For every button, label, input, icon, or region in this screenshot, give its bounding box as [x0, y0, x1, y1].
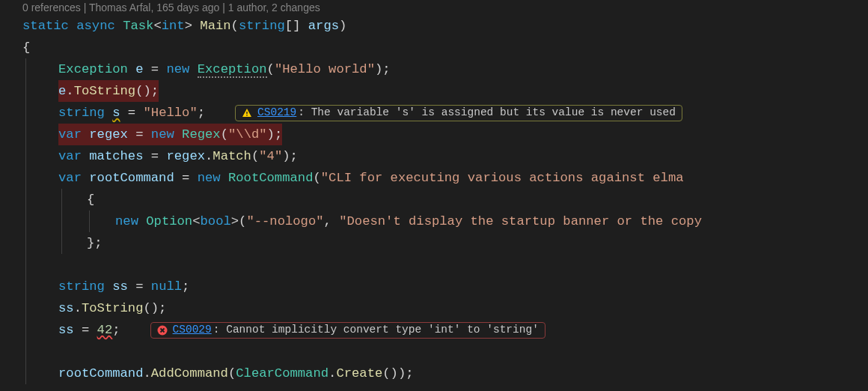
- var-rootcommand: rootCommand: [89, 171, 174, 185]
- keyword-async: async: [76, 19, 115, 33]
- keyword-string: string: [58, 106, 105, 120]
- type-exception: Exception: [58, 62, 128, 76]
- code-line-open-brace: {: [0, 37, 868, 58]
- string-literal: "--nologo": [246, 214, 323, 228]
- warning-icon: [242, 108, 252, 118]
- var-ss: ss: [112, 279, 128, 294]
- method-match: Match: [213, 149, 251, 163]
- code-line-string-s: string s = "Hello"; CS0219 : The variabl…: [0, 102, 868, 124]
- keyword-var: var: [58, 149, 82, 163]
- keyword-static: static: [22, 19, 69, 33]
- var-ss: ss: [58, 301, 74, 315]
- var-matches: matches: [89, 149, 143, 163]
- diagnostic-code-link[interactable]: CS0219: [257, 102, 296, 124]
- keyword-var: var: [58, 127, 82, 142]
- var-regex: regex: [89, 127, 128, 142]
- error-icon: [157, 325, 168, 336]
- code-line-blank: [0, 341, 868, 363]
- var-e: e: [135, 62, 143, 76]
- code-line-blank: [0, 254, 868, 276]
- var-ss: ss: [58, 323, 74, 337]
- code-line-ss-tostring: ss.ToString();: [0, 297, 868, 319]
- diagnostic-message: : The variable 's' is assigned but its v…: [298, 102, 676, 124]
- code-line-option: new Option<bool>("--nologo", "Doesn't di…: [0, 210, 868, 232]
- type-task: Task: [123, 19, 153, 33]
- code-line-rootcommand: var rootCommand = new RootCommand("CLI f…: [0, 167, 868, 189]
- ctor-rootcommand: RootCommand: [228, 171, 313, 185]
- string-literal: "\\d": [228, 127, 267, 142]
- method-create: Create: [336, 366, 382, 381]
- method-addcommand: AddCommand: [151, 366, 228, 381]
- keyword-new: new: [115, 214, 138, 228]
- var-regex: regex: [166, 149, 205, 163]
- code-line-addcommand: rootCommand.AddCommand(ClearCommand.Crea…: [0, 363, 868, 384]
- ctor-exception: Exception: [198, 62, 267, 78]
- param-args: args: [308, 19, 339, 33]
- ctor-option: Option: [146, 214, 192, 228]
- code-line-ss-assign: ss = 42; CS0029 : Cannot implicitly conv…: [0, 319, 868, 341]
- code-line-matches: var matches = regex.Match("4");: [0, 145, 868, 167]
- svg-rect-0: [246, 112, 247, 114]
- string-literal: "Hello world": [275, 62, 375, 76]
- code-line-initializer-open: {: [0, 189, 868, 210]
- var-s: s: [112, 106, 120, 120]
- code-line-regex: var regex = new Regex("\\d");: [0, 124, 868, 145]
- keyword-var: var: [58, 171, 82, 185]
- type-clearcommand: ClearCommand: [236, 366, 328, 381]
- keyword-null: null: [151, 279, 182, 294]
- method-tostring: ToString: [82, 301, 144, 315]
- method-main: Main: [200, 19, 230, 33]
- code-line-initializer-close: };: [0, 232, 868, 254]
- string-literal: "4": [259, 149, 282, 163]
- diagnostic-code-link[interactable]: CS0029: [173, 319, 212, 341]
- keyword-bool: bool: [201, 214, 231, 228]
- code-line-ss-decl: string ss = null;: [0, 276, 868, 297]
- svg-rect-1: [246, 115, 247, 115]
- keyword-int: int: [162, 19, 185, 33]
- ctor-regex: Regex: [182, 127, 221, 142]
- var-rootcommand: rootCommand: [58, 366, 143, 381]
- string-literal: "Hello": [144, 106, 198, 120]
- keyword-string: string: [58, 279, 105, 294]
- number-literal: 42: [97, 323, 113, 337]
- keyword-string: string: [239, 19, 285, 33]
- inline-diagnostic-error[interactable]: CS0029 : Cannot implicitly convert type …: [150, 322, 545, 339]
- method-tostring: ToString: [74, 84, 136, 98]
- keyword-new: new: [151, 127, 174, 142]
- keyword-new: new: [198, 171, 221, 185]
- inline-diagnostic-warning[interactable]: CS0219 : The variable 's' is assigned bu…: [235, 105, 682, 121]
- code-line-exception-decl: Exception e = new Exception("Hello world…: [0, 58, 868, 80]
- string-literal: "Doesn't display the startup banner or t…: [339, 214, 702, 228]
- var-e: e: [58, 84, 66, 98]
- code-line-tostring-1: e.ToString();: [0, 80, 868, 102]
- string-literal: "CLI for executing various actions again…: [321, 171, 684, 185]
- code-line-signature: static async Task<int> Main(string[] arg…: [0, 15, 868, 37]
- keyword-new: new: [166, 62, 189, 76]
- codelens[interactable]: 0 references | Thomas Arfal, 165 days ag…: [0, 0, 868, 15]
- diagnostic-message: : Cannot implicitly convert type 'int' t…: [213, 319, 539, 341]
